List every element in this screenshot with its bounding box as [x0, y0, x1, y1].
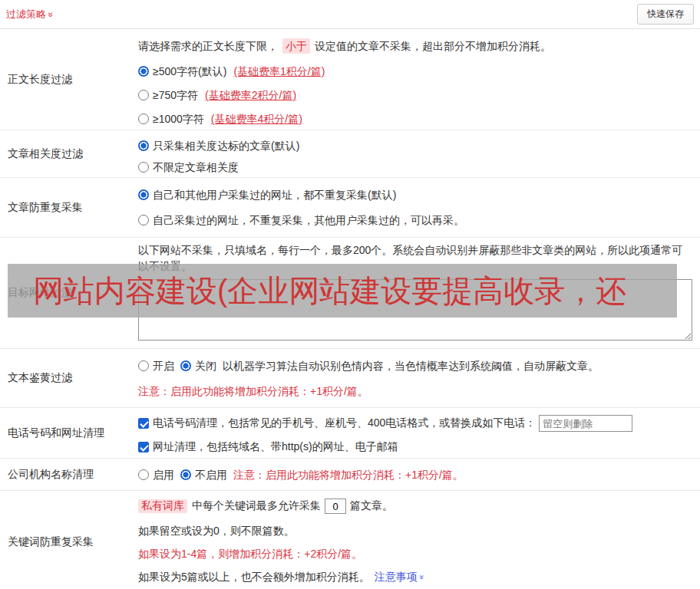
option-500-chars[interactable]: ≥500字符(默认) (基础费率1积分/篇)	[138, 64, 692, 79]
option-1000-fee: (基础费率4积分/篇)	[211, 111, 302, 127]
row-body-length-filter: 正文长度过滤 请选择需求的正文长度下限，小于设定值的文章不采集，超出部分不增加积…	[0, 29, 700, 130]
option-porn-off-label: 关闭	[195, 358, 216, 373]
option-company-on-label: 启用	[153, 467, 174, 482]
option-porn-off[interactable]: 关闭	[180, 358, 216, 373]
option-dedup-self-label: 自己采集过的网址，不重复采集，其他用户采集过的，可以再采。	[153, 212, 464, 228]
row-keyword-dedup: 关键词防重复采集 私有词库 中每个关键词最多允许采集 篇文章。 如果留空或设为0…	[0, 491, 700, 589]
keyword-note-free: 如果设为5篇或以上，也不会额外增加积分消耗。	[138, 569, 370, 584]
url-cleanup-checkbox[interactable]	[138, 442, 149, 452]
row-label-porn-filter: 文本鉴黄过滤	[0, 349, 129, 407]
radio-750-chars[interactable]	[138, 90, 149, 100]
option-500-label: ≥500字符(默认)	[153, 64, 226, 79]
filter-strategy-page: 过滤策略 » 快速保存 正文长度过滤 请选择需求的正文长度下限，小于设定值的文章…	[0, 0, 700, 589]
phone-cleanup-line: 电话号码清理，包括常见的手机号、座机号、400电话格式，或替换成如下电话：	[138, 414, 692, 433]
page-title[interactable]: 过滤策略 »	[6, 8, 54, 21]
row-label-keyword-dedup: 关键词防重复采集	[0, 491, 129, 589]
option-750-fee: (基础费率2积分/篇)	[205, 87, 296, 103]
option-1000-chars[interactable]: ≥1000字符 (基础费率4积分/篇)	[138, 111, 692, 127]
row-label-relevance: 文章相关度过滤	[0, 130, 129, 177]
keyword-limit-post: 篇文章。	[350, 499, 393, 513]
radio-relevance-strict[interactable]	[138, 140, 149, 151]
radio-relevance-any[interactable]	[138, 162, 149, 173]
quick-save-button[interactable]: 快速保存	[637, 4, 694, 25]
chevron-down-icon: »	[417, 574, 425, 579]
row-porn-filter: 文本鉴黄过滤 开启 关闭 以机器学习算法自动识别色情内容，当色情概率达到系统阈值…	[0, 349, 700, 408]
radio-porn-off[interactable]	[180, 360, 191, 371]
option-500-fee: (基础费率1积分/篇)	[233, 64, 325, 79]
option-750-label: ≥750字符	[153, 87, 198, 103]
radio-dedup-global[interactable]	[138, 189, 149, 200]
keyword-limit-input[interactable]	[325, 499, 346, 514]
overlay-enlarged-text: 网站内容建设(企业网站建设要提高收录，还	[8, 270, 626, 312]
url-cleanup-line: 网址清理，包括纯域名、带http(s)的网址、电子邮箱	[138, 438, 692, 456]
option-company-off[interactable]: 不启用	[180, 467, 227, 482]
option-750-chars[interactable]: ≥750字符 (基础费率2积分/篇)	[138, 87, 692, 103]
notice-link[interactable]: 注意事项 »	[375, 569, 424, 584]
keyword-limit-pre: 中每个关键词最多允许采集	[192, 499, 321, 513]
row-label-company-name: 公司机构名称清理	[0, 459, 129, 490]
keyword-limit-line: 私有词库 中每个关键词最多允许采集 篇文章。	[138, 497, 692, 515]
radio-porn-on[interactable]	[138, 360, 149, 371]
row-label-body-length: 正文长度过滤	[0, 29, 129, 130]
option-company-off-label: 不启用	[195, 467, 227, 482]
porn-filter-note: 注意：启用此功能将增加积分消耗：+1积分/篇。	[138, 383, 692, 399]
body-length-intro: 请选择需求的正文长度下限，小于设定值的文章不采集，超出部分不增加积分消耗。	[138, 38, 692, 54]
row-relevance-filter: 文章相关度过滤 只采集相关度达标的文章(默认) 不限定文章相关度	[0, 130, 700, 178]
option-relevance-any[interactable]: 不限定文章相关度	[138, 160, 692, 175]
porn-filter-description: 以机器学习算法自动识别色情内容，当色情概率达到系统阈值，自动屏蔽文章。	[223, 358, 599, 373]
intro-post: 设定值的文章不采集，超出部分不增加积分消耗。	[315, 40, 551, 52]
porn-filter-options: 开启 关闭 以机器学习算法自动识别色情内容，当色情概率达到系统阈值，自动屏蔽文章…	[138, 358, 692, 373]
magnifier-overlay: 网站内容建设(企业网站建设要提高收录，还	[8, 264, 677, 318]
replacement-phone-input[interactable]	[539, 415, 632, 432]
option-dedup-global[interactable]: 自己和其他用户采集过的网址，都不重复采集(默认)	[138, 187, 692, 202]
row-company-name-cleanup: 公司机构名称清理 启用 不启用 注意：启用此功能将增加积分消耗：+1积分/篇。	[0, 459, 700, 491]
option-1000-label: ≥1000字符	[153, 111, 204, 127]
url-cleanup-label: 网址清理，包括纯域名、带http(s)的网址、电子邮箱	[153, 440, 398, 454]
radio-company-off[interactable]	[180, 469, 191, 480]
option-relevance-strict-label: 只采集相关度达标的文章(默认)	[153, 138, 299, 153]
keyword-note-free-line: 如果设为5篇或以上，也不会额外增加积分消耗。 注意事项 »	[138, 569, 692, 584]
private-lexicon-highlight: 私有词库	[138, 499, 187, 513]
topbar: 过滤策略 » 快速保存	[0, 0, 700, 29]
notice-link-label: 注意事项	[375, 569, 418, 584]
row-label-dedup: 文章防重复采集	[0, 178, 129, 237]
intro-pre: 请选择需求的正文长度下限，	[138, 40, 278, 52]
company-cleanup-note: 注意：启用此功能将增加积分消耗：+1积分/篇。	[233, 467, 464, 482]
company-cleanup-options: 启用 不启用 注意：启用此功能将增加积分消耗：+1积分/篇。	[138, 467, 692, 482]
intro-highlight: 小于	[282, 38, 310, 54]
row-phone-url-cleanup: 电话号码和网址清理 电话号码清理，包括常见的手机号、座机号、400电话格式，或替…	[0, 408, 700, 459]
radio-500-chars[interactable]	[138, 66, 149, 77]
option-porn-on-label: 开启	[153, 358, 174, 373]
keyword-note-fee: 如果设为1-4篇，则增加积分消耗：+2积分/篇。	[138, 546, 692, 561]
keyword-note-unlimited: 如果留空或设为0，则不限篇数。	[138, 523, 692, 538]
option-relevance-any-label: 不限定文章相关度	[153, 160, 239, 175]
chevron-down-icon: »	[46, 12, 55, 17]
option-porn-on[interactable]: 开启	[138, 358, 174, 373]
phone-cleanup-checkbox[interactable]	[138, 418, 149, 429]
page-title-text: 过滤策略	[6, 8, 46, 21]
option-company-on[interactable]: 启用	[138, 467, 174, 482]
row-dedup-collect: 文章防重复采集 自己和其他用户采集过的网址，都不重复采集(默认) 自己采集过的网…	[0, 178, 700, 238]
option-dedup-global-label: 自己和其他用户采集过的网址，都不重复采集(默认)	[153, 187, 396, 202]
row-label-phone-url: 电话号码和网址清理	[0, 408, 129, 458]
radio-company-on[interactable]	[138, 469, 149, 480]
radio-1000-chars[interactable]	[138, 114, 149, 124]
option-relevance-strict[interactable]: 只采集相关度达标的文章(默认)	[138, 138, 692, 153]
phone-cleanup-label: 电话号码清理，包括常见的手机号、座机号、400电话格式，或替换成如下电话：	[153, 416, 536, 430]
radio-dedup-self[interactable]	[138, 215, 149, 225]
option-dedup-self[interactable]: 自己采集过的网址，不重复采集，其他用户采集过的，可以再采。	[138, 212, 692, 228]
